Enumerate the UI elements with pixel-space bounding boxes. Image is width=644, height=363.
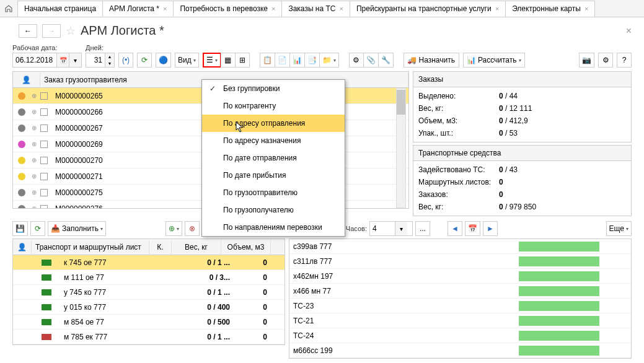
schedule-row[interactable]: ТС-24 [289,328,631,343]
tool-icon-5[interactable]: 📁▾ [319,53,339,68]
expand-icon[interactable]: ⊕ [30,92,38,99]
route-row[interactable]: м 854 ое 770 / 5000 [13,315,285,330]
tab-home[interactable]: Начальная страница [17,1,103,17]
expand-icon[interactable]: ⊕ [30,141,38,147]
tab-potrebnost[interactable]: Потребность в перевозке× [173,1,282,17]
schedule-bar[interactable] [519,316,599,326]
expand-icon[interactable]: ⊕ [30,173,38,180]
list-icon[interactable]: ▦ [221,53,236,68]
schedule-row[interactable]: х466 мн 77 [289,284,631,299]
schedule-row[interactable]: с311лв 777 [289,254,631,269]
next-icon[interactable]: ► [483,221,498,236]
delete-icon[interactable]: ⊗ [185,221,200,236]
close-icon[interactable]: × [340,5,343,12]
refresh-icon[interactable]: ⟳ [30,221,45,236]
broadcast-icon[interactable]: (•) [118,53,133,68]
expand-icon[interactable]: ⊕ [30,157,38,164]
route-row[interactable]: у 015 ко 7770 / 4000 [13,300,285,315]
schedule-bar[interactable] [519,256,599,266]
close-icon[interactable]: × [495,5,499,12]
tool-icon-1[interactable]: 📋 [260,53,275,68]
tool-icon-4[interactable]: 📑 [304,53,320,68]
dropdown-icon[interactable]: ▾ [69,53,81,67]
schedule-bar[interactable] [519,286,599,296]
calculate-button[interactable]: 📊 Рассчитать▾ [463,53,525,68]
camera-icon[interactable]: 📷 [579,53,594,68]
tool-icon-3[interactable]: 📊 [289,53,305,68]
close-icon[interactable]: × [584,5,588,12]
refresh-icon[interactable]: ⟳ [137,53,152,68]
schedule-bar[interactable] [519,242,599,251]
expand-icon[interactable]: ⊕ [30,108,38,115]
back-button[interactable]: ← [19,24,37,38]
route-row[interactable]: к 745 ое 7770 / 1 ...0 [13,255,285,270]
schedule-row[interactable]: м666сс 199 [289,343,631,358]
close-icon[interactable]: × [163,5,167,12]
fill-button[interactable]: 📥 Заполнить▾ [48,221,106,236]
dropdown-item[interactable]: Без группировки [202,80,345,97]
dropdown-item[interactable]: По грузоотправителю [202,184,345,201]
dropdown-item[interactable]: По контрагенту [202,97,345,115]
tree-icon[interactable]: ⊞ [235,53,250,68]
dropdown-item[interactable]: По адресу отправления [202,115,345,132]
tab-prices[interactable]: Прейскуранты на транспортные услуги× [350,1,506,17]
checkbox[interactable] [40,141,48,148]
ellipsis-button[interactable]: ... [415,221,430,236]
calendar-icon[interactable]: 📅 [56,53,69,67]
expand-icon[interactable]: ⊕ [30,125,38,131]
favorite-icon[interactable]: ☆ [66,24,76,38]
checkbox[interactable] [40,173,48,180]
vertical-scrollbar[interactable] [396,88,406,208]
route-row[interactable]: м 785 ек 7770 / 1 ...0 [13,330,285,344]
checkbox[interactable] [40,205,48,209]
checkbox[interactable] [40,189,48,196]
add-icon[interactable]: ⊕▾ [165,221,182,236]
gear-icon[interactable]: ⚙ [598,53,613,68]
days-spinner[interactable]: ▲▼ [86,53,115,68]
tool-icon-2[interactable]: 📄 [275,53,290,68]
schedule-bar[interactable] [519,271,599,281]
dropdown-item[interactable]: По направлениям перевозки [202,219,345,236]
schedule-bar[interactable] [519,331,599,341]
tool-icon-8[interactable]: 🔧 [378,53,394,68]
header-icon[interactable]: 👤 [13,73,40,87]
hours-input[interactable]: ▾ [369,221,413,236]
expand-icon[interactable]: ⊕ [30,189,38,196]
work-date-input[interactable]: 📅 ▾ [12,53,82,68]
dropdown-item[interactable]: По грузополучателю [202,201,345,219]
checkbox[interactable] [40,108,48,116]
view-button[interactable]: Вид▾ [175,53,199,68]
globe-icon[interactable]: 🔵 [156,53,171,68]
dropdown-item[interactable]: По дате отправления [202,149,345,167]
schedule-row[interactable]: ТС-23 [289,299,631,313]
tool-icon-7[interactable]: 📎 [363,53,379,68]
checkbox[interactable] [40,92,48,100]
route-row[interactable]: м 111 ое 770 / 3...0 [13,270,285,285]
route-row[interactable]: у 745 ко 7770 / 1 ...0 [13,285,285,300]
tool-icon-6[interactable]: ⚙ [349,53,364,68]
save-icon[interactable]: 💾 [12,221,28,236]
schedule-row[interactable]: х462мн 197 [289,269,631,284]
expand-icon[interactable]: ⊕ [30,205,38,209]
schedule-bar[interactable] [519,346,599,356]
more-button[interactable]: Еще▾ [606,221,632,236]
dropdown-item[interactable]: По дате прибытия [202,167,345,184]
dropdown-item[interactable]: По адресу назначения [202,132,345,149]
assign-button[interactable]: 🚚 Назначить [404,53,459,68]
schedule-row[interactable]: ТС-21 [289,313,631,328]
schedule-bar[interactable] [519,301,599,311]
vehicles-panel: Транспортные средства Задействовано ТС:0… [413,145,632,216]
help-icon[interactable]: ? [617,53,632,68]
tab-maps[interactable]: Электронные карты× [505,1,595,17]
today-icon[interactable]: 📅 [465,221,480,236]
checkbox[interactable] [40,125,48,132]
home-icon[interactable] [2,2,15,15]
prev-icon[interactable]: ◄ [448,221,462,236]
group-button[interactable]: ☰▾ [203,53,221,68]
tab-arm-logista[interactable]: АРМ Логиста *× [102,1,174,17]
close-icon[interactable]: × [271,5,275,12]
tab-zakazy[interactable]: Заказы на ТС× [281,1,350,17]
close-page-icon[interactable]: × [626,25,632,37]
schedule-row[interactable]: с399ав 777 [289,239,631,254]
checkbox[interactable] [40,157,48,164]
